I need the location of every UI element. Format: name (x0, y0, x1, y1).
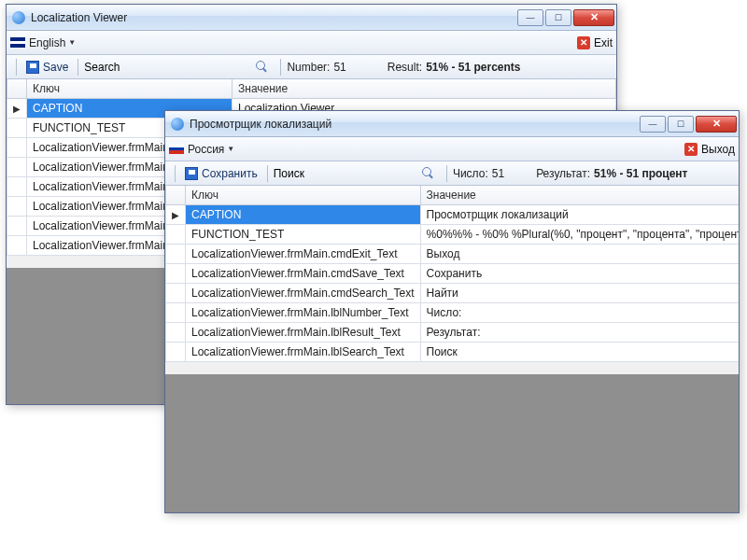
chevron-down-icon: ▼ (68, 38, 76, 47)
minimize-button[interactable]: — (517, 9, 543, 26)
row-indicator (166, 323, 186, 343)
row-indicator (166, 303, 186, 323)
cell-value[interactable]: Просмотрщик локализаций (420, 205, 739, 225)
column-header-value[interactable]: Значение (233, 79, 616, 99)
number-value: 51 (333, 61, 345, 74)
window-title: Просмотрщик локализаций (190, 118, 638, 131)
exit-label: Exit (594, 36, 613, 49)
titlebar[interactable]: Просмотрщик локализаций — ☐ ✕ (165, 111, 739, 137)
cell-value[interactable]: Выход (420, 245, 739, 264)
titlebar[interactable]: Localization Viewer — ☐ ✕ (7, 5, 616, 31)
cell-key[interactable]: LocalizationViewer.frmMain.lblResult_Tex… (186, 323, 421, 343)
result-label: Result: (388, 61, 422, 74)
cell-key[interactable]: CAPTION (186, 205, 421, 225)
save-button[interactable]: Сохранить (181, 165, 261, 182)
app-icon (12, 11, 25, 24)
row-indicator: ▶ (7, 99, 27, 119)
app-icon (171, 118, 184, 131)
language-toolbar: English ▼ ✕ Exit (7, 31, 616, 55)
result-label: Результат: (536, 167, 590, 180)
cell-value[interactable]: Результат: (420, 323, 739, 343)
row-indicator (7, 158, 27, 177)
row-indicator (166, 225, 186, 245)
row-indicator (7, 236, 27, 256)
row-header-gutter (7, 79, 27, 99)
exit-label: Выход (701, 143, 735, 156)
search-icon[interactable] (422, 167, 435, 180)
table-row[interactable]: LocalizationViewer.frmMain.lblResult_Tex… (166, 323, 740, 343)
search-label: Поиск (274, 167, 304, 180)
row-indicator (7, 177, 27, 197)
cell-value[interactable]: Сохранить (420, 264, 739, 284)
flag-ru-icon (169, 144, 184, 154)
result-value: 51% - 51 процент (594, 167, 687, 180)
row-indicator (166, 264, 186, 284)
row-indicator (7, 138, 27, 158)
language-label: English (29, 36, 65, 49)
data-grid[interactable]: Ключ Значение ▶CAPTIONПросмотрщик локали… (165, 186, 739, 512)
save-icon (185, 167, 198, 180)
table-row[interactable]: FUNCTION_TEST%0%%% - %0% %Plural(%0, "пр… (166, 225, 740, 245)
save-button[interactable]: Save (22, 59, 72, 76)
row-indicator (166, 245, 186, 264)
column-header-key[interactable]: Ключ (27, 79, 233, 99)
row-indicator (166, 284, 186, 303)
window-russian: Просмотрщик локализаций — ☐ ✕ Россия ▼ ✕… (164, 110, 740, 513)
cell-key[interactable]: LocalizationViewer.frmMain.cmdSave_Text (186, 264, 421, 284)
language-toolbar: Россия ▼ ✕ Выход (165, 137, 739, 161)
number-label: Число: (453, 167, 488, 180)
language-selector[interactable]: English ▼ (10, 36, 76, 49)
table-row[interactable]: LocalizationViewer.frmMain.cmdSave_TextС… (166, 264, 740, 284)
table-row[interactable]: LocalizationViewer.frmMain.cmdSearch_Tex… (166, 284, 740, 303)
cell-value[interactable]: Число: (420, 303, 739, 323)
save-icon (26, 61, 39, 74)
language-selector[interactable]: Россия ▼ (169, 143, 234, 156)
exit-button[interactable]: ✕ Выход (684, 143, 735, 156)
language-label: Россия (188, 143, 224, 156)
number-value: 51 (492, 167, 504, 180)
row-header-gutter (166, 186, 186, 205)
close-icon: ✕ (577, 36, 590, 49)
table-row[interactable]: LocalizationViewer.frmMain.lblSearch_Tex… (166, 343, 740, 362)
result-value: 51% - 51 percents (426, 61, 520, 74)
exit-button[interactable]: ✕ Exit (577, 36, 613, 49)
save-label: Save (43, 61, 68, 74)
search-icon[interactable] (256, 61, 269, 74)
save-label: Сохранить (202, 167, 258, 180)
row-indicator (166, 343, 186, 362)
column-header-value[interactable]: Значение (420, 186, 739, 205)
maximize-button[interactable]: ☐ (545, 9, 571, 26)
window-title: Localization Viewer (31, 11, 515, 24)
minimize-button[interactable]: — (640, 116, 666, 133)
cell-key[interactable]: LocalizationViewer.frmMain.lblSearch_Tex… (186, 343, 421, 362)
cell-key[interactable]: LocalizationViewer.frmMain.lblNumber_Tex… (186, 303, 421, 323)
row-indicator (7, 119, 27, 138)
number-label: Number: (287, 61, 330, 74)
flag-uk-icon (10, 37, 25, 48)
column-header-key[interactable]: Ключ (186, 186, 421, 205)
cell-key[interactable]: LocalizationViewer.frmMain.cmdExit_Text (186, 245, 421, 264)
cell-value[interactable]: %0%%% - %0% %Plural(%0, "процент", "проц… (420, 225, 739, 245)
maximize-button[interactable]: ☐ (668, 116, 694, 133)
cell-value[interactable]: Найти (420, 284, 739, 303)
table-row[interactable]: ▶CAPTIONПросмотрщик локализаций (166, 205, 740, 225)
cell-key[interactable]: LocalizationViewer.frmMain.cmdSearch_Tex… (186, 284, 421, 303)
close-button[interactable]: ✕ (573, 9, 614, 26)
cell-value[interactable]: Поиск (420, 343, 739, 362)
row-indicator (7, 217, 27, 236)
chevron-down-icon: ▼ (227, 145, 234, 153)
table-row[interactable]: LocalizationViewer.frmMain.cmdExit_TextВ… (166, 245, 740, 264)
table-row[interactable]: LocalizationViewer.frmMain.lblNumber_Tex… (166, 303, 740, 323)
close-icon: ✕ (684, 143, 698, 156)
cell-key[interactable]: FUNCTION_TEST (186, 225, 421, 245)
row-indicator: ▶ (166, 205, 186, 225)
action-toolbar: Save Search Number: 51 Result: 51% - 51 … (7, 55, 616, 79)
action-toolbar: Сохранить Поиск Число: 51 Результат: 51%… (165, 161, 739, 186)
close-button[interactable]: ✕ (696, 116, 737, 133)
search-label: Search (84, 61, 120, 74)
row-indicator (7, 197, 27, 217)
